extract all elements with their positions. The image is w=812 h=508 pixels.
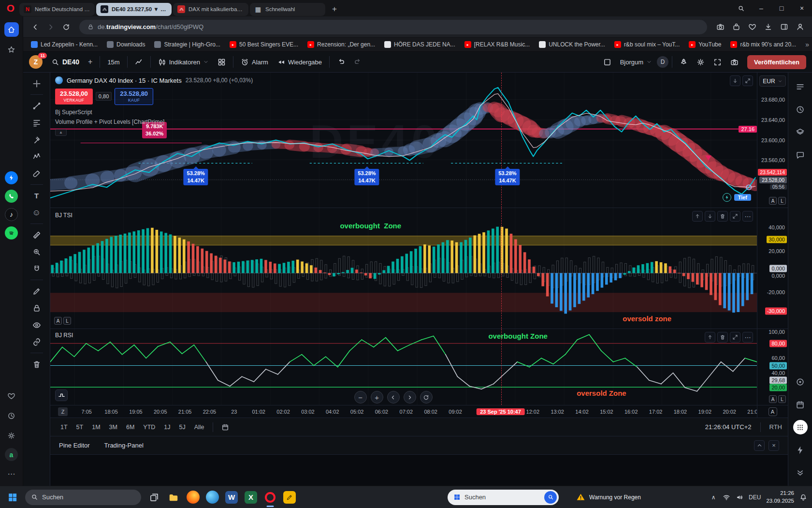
clock[interactable]: 21:26:04 UTC+2	[705, 423, 752, 431]
labels-toggle-button[interactable]: L	[778, 197, 786, 205]
chart-prev-button[interactable]	[387, 391, 400, 403]
bookmark-item[interactable]: ▸50 Best Singers EVE...	[230, 41, 298, 48]
browser-tab[interactable]: DE40 23.527,50 ▼ −0.19%	[96, 3, 172, 16]
bookmark-item[interactable]: ▸YouTube	[689, 41, 721, 48]
rsi-plot[interactable]: BJ RSI overbought Zone oversold Zone ⋯ −…	[50, 329, 757, 405]
trash-tool-icon[interactable]	[29, 357, 45, 371]
excel-taskbar-icon[interactable]: X	[243, 489, 259, 506]
save-layout-icon[interactable]	[599, 55, 615, 69]
reload-button[interactable]	[59, 20, 73, 34]
range-3m-button[interactable]: 3M	[105, 422, 122, 433]
layout-name-button[interactable]: Bjorgum	[616, 55, 656, 69]
firefox-taskbar-icon[interactable]	[185, 489, 201, 506]
url-field[interactable]: de.tradingview.com/chart/d50glPWQ	[79, 20, 707, 34]
browser-tab[interactable]: DAX mit kalkulierbarem Ri	[173, 3, 248, 16]
tsi-pane-arrow-d-button[interactable]	[705, 211, 715, 222]
trend-tool-icon[interactable]	[29, 99, 45, 113]
link-tool-icon[interactable]	[29, 335, 45, 349]
bookmark-item[interactable]: ▸Rezension: „Der gen...	[307, 41, 375, 48]
alerts-toggle-button[interactable]: A	[54, 317, 62, 325]
timezone-button[interactable]: Z	[58, 407, 68, 416]
bookmark-item[interactable]: Downloads	[107, 41, 145, 48]
pattern-tool-icon[interactable]	[29, 149, 45, 164]
range-6m-button[interactable]: 6M	[122, 422, 139, 433]
rsi-axis[interactable]: 100,0080,0060,0050,0040,0029,6820,00 AL	[757, 329, 788, 405]
session-label[interactable]: RTH	[769, 423, 782, 431]
brush-tool-icon[interactable]	[29, 166, 45, 180]
eye-tool-icon[interactable]	[29, 318, 45, 332]
maximize-button[interactable]: □	[771, 0, 792, 16]
word-taskbar-icon[interactable]: W	[223, 489, 240, 506]
labels-toggle-button[interactable]: L	[778, 395, 786, 403]
boost-button[interactable]	[676, 55, 692, 69]
close-button[interactable]: ×	[792, 0, 812, 16]
snapshot-button[interactable]	[726, 55, 742, 69]
notifications-icon[interactable]	[799, 493, 807, 501]
target-icon[interactable]	[793, 374, 808, 389]
explorer-taskbar-icon[interactable]	[165, 489, 182, 506]
likes-icon[interactable]	[4, 388, 19, 403]
apps-icon[interactable]	[793, 420, 808, 434]
tiktok-icon[interactable]: ♪	[5, 208, 18, 221]
aria-icon[interactable]: a	[5, 448, 18, 461]
bing-search-icon[interactable]	[544, 491, 557, 504]
symbol-search-button[interactable]: DE40	[47, 55, 83, 69]
opera-menu-button[interactable]: O	[2, 0, 19, 16]
heart-icon[interactable]	[745, 20, 759, 34]
person-icon[interactable]	[793, 20, 807, 34]
sell-button[interactable]: 23.528,00VERKAUF	[55, 89, 93, 105]
browser-tab[interactable]: NNetflix Deutschland – Seri	[19, 3, 95, 16]
tsi-pane-expand-button[interactable]	[730, 211, 740, 222]
bookmark-item[interactable]: Strategie | High-Gro...	[154, 41, 220, 48]
edge-taskbar-icon[interactable]	[204, 489, 220, 506]
legend-collapse-button[interactable]: ▲	[55, 129, 67, 136]
camera-icon[interactable]	[713, 20, 727, 34]
panel-icon[interactable]	[777, 20, 791, 34]
chart-settings-button[interactable]	[693, 55, 709, 69]
main-pane-arrow-d-button[interactable]	[730, 75, 740, 86]
alert-button[interactable]: Alarm	[237, 55, 272, 69]
bookmark-item[interactable]: UNLOCK the Power...	[539, 41, 605, 48]
forward-button[interactable]	[44, 20, 58, 34]
chart-next-button[interactable]	[404, 391, 416, 403]
tab-search-icon[interactable]	[731, 0, 751, 16]
price-plot[interactable]: DE40 Germany DAX 40 Index · 15 · IC Mark…	[50, 73, 757, 208]
price-axis[interactable]: EUR 23.680,0023.640,0023.600,0023.560,00…	[757, 73, 788, 208]
chart-minus-button[interactable]: −	[354, 391, 367, 403]
range-5t-button[interactable]: 5T	[72, 422, 88, 433]
lock-tool-icon[interactable]	[29, 301, 45, 315]
range-1j-button[interactable]: 1J	[160, 422, 174, 433]
bolt-icon[interactable]	[793, 443, 808, 457]
collapse-icon[interactable]	[793, 465, 808, 480]
history-icon[interactable]	[4, 408, 19, 423]
marker-tool-icon[interactable]	[29, 284, 45, 298]
bookmark-item[interactable]: HÖRE DAS JEDE NA...	[384, 41, 455, 48]
zoom-tool-icon[interactable]	[29, 245, 45, 259]
messenger-icon[interactable]	[5, 171, 18, 184]
rsi-title[interactable]: BJ RSI	[55, 332, 73, 339]
fib-tool-icon[interactable]	[29, 116, 45, 130]
browser-tab[interactable]: ▦Schnellwahl	[250, 3, 325, 16]
alerts-toggle-button[interactable]: A	[769, 197, 777, 205]
tsi-axis[interactable]: 40,00030,00020,0000,0000,000-20,000-30,0…	[757, 208, 788, 329]
weather-widget[interactable]: Warnung vor Regen	[576, 493, 641, 502]
tray-overflow-icon[interactable]: ∧	[710, 494, 717, 501]
axis-settings-button[interactable]: A	[768, 407, 777, 416]
opera-taskbar-icon[interactable]	[262, 489, 278, 506]
whatsapp-icon[interactable]	[5, 190, 18, 203]
ext-icon[interactable]	[729, 20, 743, 34]
rsi-pane-arrow-u-button[interactable]	[705, 332, 715, 343]
compare-button[interactable]: +	[84, 55, 96, 69]
spotify-icon[interactable]	[5, 226, 18, 239]
alerts-icon[interactable]	[793, 102, 808, 117]
chart-plus-button[interactable]: +	[371, 391, 383, 403]
chart-type-button[interactable]	[131, 55, 147, 69]
tsi-plot[interactable]: BJ TSI overbought Zone oversold zone ⋯ A…	[50, 208, 757, 329]
search-widget[interactable]: Suchen	[448, 490, 559, 505]
taskbar-clock[interactable]: 21:26 23.09.2025	[766, 490, 794, 505]
rsi-pane-trash-button[interactable]	[717, 332, 728, 343]
layout-grid-button[interactable]	[214, 55, 230, 69]
hotlists-icon[interactable]	[793, 125, 808, 139]
rsi-pane-dots-button[interactable]: ⋯	[742, 332, 753, 343]
bookmarks-overflow-icon[interactable]: »	[805, 41, 809, 48]
